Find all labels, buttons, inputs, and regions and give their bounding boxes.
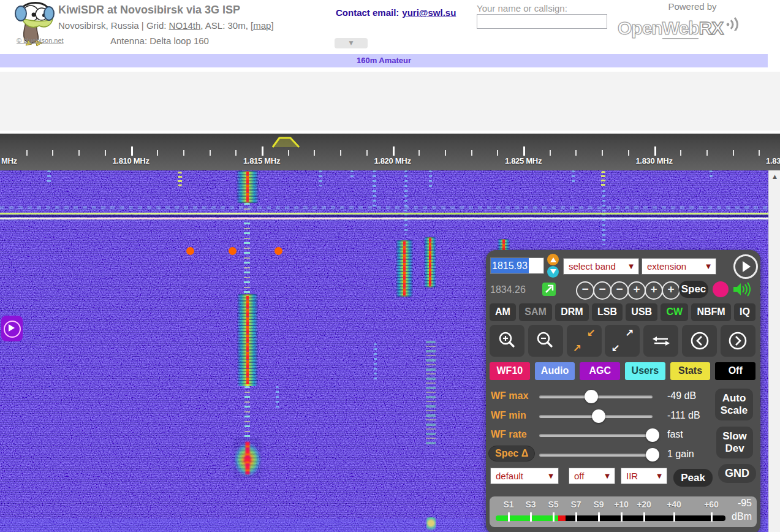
scale-tick [183, 150, 184, 156]
frequency-scale[interactable]: MHz1.810 MHz1.815 MHz1.820 MHz1.825 MHz1… [0, 134, 780, 170]
smeter-tick [530, 512, 532, 522]
scale-tick [235, 150, 237, 156]
slider-label-wf-max: WF max [491, 390, 528, 401]
smeter-tick-label: +20 [637, 500, 651, 509]
scroll-up-icon: ▲ [773, 173, 777, 180]
smeter-tick [598, 512, 600, 522]
filter-dropdown[interactable]: ▼IIR [621, 468, 667, 484]
gnd-button[interactable]: GND [718, 464, 756, 483]
waterfall-signal [237, 171, 259, 203]
smeter-tick-label: S1 [503, 500, 513, 509]
filter-value: IIR [626, 471, 638, 481]
contact-email-link[interactable]: yuri@swl.su [402, 7, 456, 18]
waterfall-signal [233, 439, 262, 477]
scale-tick [733, 150, 734, 156]
collapse-header-button[interactable]: ▼ [335, 38, 368, 48]
slider-value: 1 gain [667, 449, 694, 460]
aperture-value: off [574, 471, 584, 481]
scale-tick [52, 150, 53, 156]
slider-thumb[interactable] [646, 428, 659, 442]
smeter-tick [553, 512, 555, 522]
s-meter-reading: -95 [738, 498, 752, 509]
slider-label-spec-[interactable]: Spec Δ [488, 446, 535, 462]
scale-tick [680, 150, 681, 156]
page-scrollbar[interactable]: ▲ [768, 170, 780, 532]
scale-label: 1.830 MHz [635, 156, 672, 165]
smeter-tick [508, 512, 510, 522]
waterfall-signal [426, 341, 436, 445]
scale-tick [523, 146, 525, 156]
slow-dev-button[interactable]: Slow Dev [716, 427, 753, 458]
scale-label: 1.83 [766, 156, 780, 165]
waterfall-signal [429, 170, 432, 189]
scale-tick [105, 150, 106, 156]
scroll-up-button[interactable]: ▲ [769, 172, 780, 181]
band-label: 160m Amateur [357, 56, 411, 65]
waterfall-signal [350, 170, 354, 180]
peak-button[interactable]: Peak [673, 469, 713, 487]
s-meter: S1S3S5S7S9+10+20+40+60 -95 dBm [490, 496, 757, 527]
scale-tick [445, 150, 446, 156]
scale-tick [157, 150, 158, 156]
auto-scale-button[interactable]: Auto Scale [715, 389, 753, 420]
scale-tick [550, 150, 551, 156]
scale-tick [314, 150, 315, 156]
colormap-value: default [496, 471, 523, 481]
location-suffix: ] [271, 20, 273, 31]
smeter-tick-label: +40 [667, 500, 681, 509]
waterfall-line [0, 218, 768, 219]
scale-tick [628, 150, 629, 156]
scale-label: 1.825 MHz [505, 156, 542, 165]
scale-tick [26, 150, 28, 156]
scale-tick [340, 150, 341, 156]
audio-start-button[interactable] [1, 316, 23, 341]
location-prefix: Novosibirsk, Russia | Grid: [58, 20, 169, 31]
slider-value: -49 dB [667, 390, 696, 401]
waterfall-signal [319, 170, 322, 186]
scale-tick [131, 146, 133, 156]
smeter-tick-label: +60 [704, 500, 719, 509]
slider-thumb[interactable] [646, 448, 659, 462]
scale-tick [575, 150, 577, 156]
scale-tick [210, 150, 211, 156]
smeter-tick-label: S7 [570, 500, 581, 509]
passband-indicator[interactable] [271, 136, 301, 148]
slider-value: fast [667, 429, 683, 440]
play-triangle-icon [9, 324, 15, 332]
openwebrx-logo[interactable]: OpenWebRX [618, 15, 740, 39]
tuning-marker-dot [186, 247, 194, 255]
waterfall-signal [374, 343, 377, 380]
waterfall-line [0, 215, 768, 217]
powered-by-label: Powered by [665, 1, 720, 12]
waterfall-signal [572, 170, 575, 184]
waterfall-signal [276, 386, 279, 411]
slider-thumb[interactable] [585, 390, 598, 403]
smeter-tick-label: S3 [525, 500, 536, 509]
s-meter-unit: dBm [732, 511, 752, 522]
scale-tick [602, 150, 603, 156]
waterfall-line [0, 206, 768, 209]
band-bar[interactable]: 160m Amateur [0, 54, 768, 67]
slider-track[interactable] [539, 434, 653, 437]
aperture-dropdown[interactable]: ▼off [569, 468, 615, 484]
scale-tick [471, 150, 472, 156]
chevron-down-icon: ▼ [657, 468, 662, 484]
callsign-input[interactable] [477, 14, 607, 29]
slider-track[interactable] [539, 454, 653, 457]
smeter-tick [673, 512, 675, 522]
slider-thumb[interactable] [592, 409, 605, 423]
control-panel: 1815.93 ▼select band ▼extension 1834.26 … [486, 250, 760, 532]
photo-credit-link[interactable]: © bluebison.net [17, 37, 64, 44]
callsign-label: Your name or callsign: [477, 3, 567, 13]
smeter-tick [643, 512, 645, 522]
s-meter-scale: S1S3S5S7S9+10+20+40+60 [490, 496, 757, 527]
smeter-tick-label: S9 [593, 500, 604, 509]
contact-block: Contact email:yuri@swl.su [336, 7, 456, 18]
map-link[interactable]: map [253, 20, 271, 31]
scale-label: 1.820 MHz [374, 156, 411, 165]
grid-link[interactable]: NO14th [169, 20, 201, 31]
colormap-dropdown[interactable]: ▼default [490, 468, 559, 484]
waterfall-signal [244, 386, 250, 440]
scale-label: 1.810 MHz [112, 156, 149, 165]
location-mid: , ASL: 30m, [ [200, 20, 253, 31]
